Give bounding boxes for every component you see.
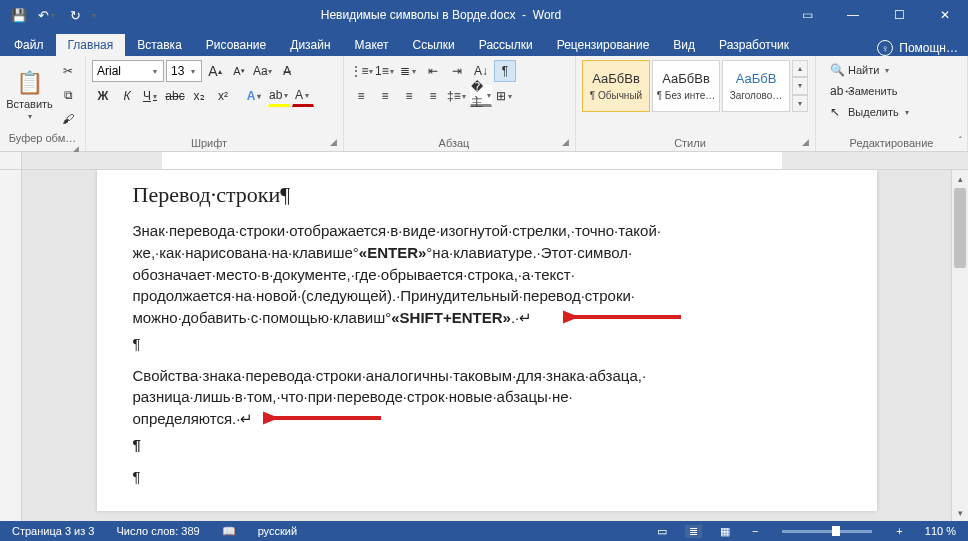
font-size-select[interactable]: 13▾ bbox=[166, 60, 202, 82]
page-container[interactable]: Перевод·строки¶ Знак·перевода·строки·ото… bbox=[22, 170, 951, 521]
page-number-status[interactable]: Страница 3 из 3 bbox=[8, 525, 98, 537]
styles-scroll[interactable]: ▴ ▾ ▾ bbox=[792, 60, 808, 112]
strikethrough-button[interactable]: abc bbox=[164, 85, 186, 107]
doc-heading[interactable]: Перевод·строки¶ bbox=[133, 182, 841, 208]
scroll-down-icon[interactable]: ▾ bbox=[952, 504, 968, 521]
tell-me-text[interactable]: Помощн… bbox=[899, 41, 958, 55]
doc-pilcrow-1[interactable]: ¶ bbox=[133, 333, 841, 355]
read-mode-icon[interactable]: ▭ bbox=[653, 525, 671, 538]
group-paragraph: ⋮≡▾ 1≡▾ ≣▾ ⇤ ⇥ A↓ ¶ ≡ ≡ ≡ ≡ ‡≡▾ �主▾ ⊞▾ А… bbox=[344, 56, 576, 151]
styles-more-icon[interactable]: ▾ bbox=[792, 95, 808, 112]
window-controls: ▭ — ☐ ✕ bbox=[784, 0, 968, 30]
web-layout-icon[interactable]: ▦ bbox=[716, 525, 734, 538]
doc-end-mark[interactable]: ¶ bbox=[133, 434, 841, 456]
doc-end-mark-2[interactable]: ¶ bbox=[133, 466, 841, 488]
bullets-icon[interactable]: ⋮≡▾ bbox=[350, 60, 372, 82]
styles-down-icon[interactable]: ▾ bbox=[792, 77, 808, 94]
line-spacing-icon[interactable]: ‡≡▾ bbox=[446, 85, 468, 107]
tab-insert[interactable]: Вставка bbox=[125, 34, 194, 56]
tab-mailings[interactable]: Рассылки bbox=[467, 34, 545, 56]
tab-draw[interactable]: Рисование bbox=[194, 34, 278, 56]
text-effects-icon[interactable]: A▾ bbox=[244, 85, 266, 107]
tell-me-icon[interactable]: ♀ bbox=[877, 40, 893, 56]
clipboard-group-label: Буфер обм… bbox=[9, 132, 76, 144]
doc-paragraph-2[interactable]: Свойства·знака·перевода·строки·аналогичн… bbox=[133, 365, 841, 430]
word-count-status[interactable]: Число слов: 389 bbox=[112, 525, 203, 537]
grow-font-icon[interactable]: A▴ bbox=[204, 60, 226, 82]
underline-button[interactable]: Ч▾ bbox=[140, 85, 162, 107]
multilevel-list-icon[interactable]: ≣▾ bbox=[398, 60, 420, 82]
undo-icon[interactable]: ↶▾ bbox=[34, 3, 60, 27]
clipboard-icon: 📋 bbox=[16, 70, 43, 96]
group-editing: 🔍Найти▾ ab↔Заменить ↖Выделить▾ Редактиро… bbox=[816, 56, 968, 151]
qat-customize-icon[interactable]: ▾ bbox=[90, 3, 98, 27]
tab-developer[interactable]: Разработчик bbox=[707, 34, 801, 56]
format-painter-icon[interactable]: 🖌 bbox=[57, 108, 79, 130]
highlight-icon[interactable]: ab▾ bbox=[268, 85, 290, 107]
zoom-in-icon[interactable]: + bbox=[892, 525, 906, 537]
tab-home[interactable]: Главная bbox=[56, 34, 126, 56]
style-normal[interactable]: АаБбВв ¶ Обычный bbox=[582, 60, 650, 112]
numbering-icon[interactable]: 1≡▾ bbox=[374, 60, 396, 82]
style-heading1[interactable]: АаБбВ Заголово… bbox=[722, 60, 790, 112]
style-no-spacing[interactable]: АаБбВв ¶ Без инте… bbox=[652, 60, 720, 112]
vertical-ruler[interactable] bbox=[0, 170, 22, 521]
tab-references[interactable]: Ссылки bbox=[401, 34, 467, 56]
tab-view[interactable]: Вид bbox=[661, 34, 707, 56]
styles-launcher-icon[interactable]: ◢ bbox=[802, 137, 809, 147]
maximize-icon[interactable]: ☐ bbox=[876, 0, 922, 30]
show-marks-icon[interactable]: ¶ bbox=[494, 60, 516, 82]
zoom-out-icon[interactable]: − bbox=[748, 525, 762, 537]
borders-icon[interactable]: ⊞▾ bbox=[494, 85, 516, 107]
styles-up-icon[interactable]: ▴ bbox=[792, 60, 808, 77]
superscript-button[interactable]: x² bbox=[212, 85, 234, 107]
shading-icon[interactable]: �主▾ bbox=[470, 85, 492, 107]
font-launcher-icon[interactable]: ◢ bbox=[330, 137, 337, 147]
horizontal-ruler[interactable] bbox=[0, 152, 968, 170]
tab-review[interactable]: Рецензирование bbox=[545, 34, 662, 56]
align-right-icon[interactable]: ≡ bbox=[398, 85, 420, 107]
subscript-button[interactable]: x₂ bbox=[188, 85, 210, 107]
copy-icon[interactable]: ⧉ bbox=[57, 84, 79, 106]
cut-icon[interactable]: ✂ bbox=[57, 60, 79, 82]
ribbon: 📋 Вставить ▾ ✂ ⧉ 🖌 Буфер обм…◢ Arial▾ 13… bbox=[0, 56, 968, 152]
redo-icon[interactable]: ↻ bbox=[62, 3, 88, 27]
tab-layout[interactable]: Макет bbox=[343, 34, 401, 56]
paste-button[interactable]: 📋 Вставить ▾ bbox=[6, 60, 53, 130]
ribbon-display-icon[interactable]: ▭ bbox=[784, 0, 830, 30]
close-icon[interactable]: ✕ bbox=[922, 0, 968, 30]
find-button[interactable]: 🔍Найти▾ bbox=[826, 60, 961, 80]
minimize-icon[interactable]: — bbox=[830, 0, 876, 30]
page[interactable]: Перевод·строки¶ Знак·перевода·строки·ото… bbox=[97, 170, 877, 511]
vertical-scrollbar[interactable]: ▴ ▾ bbox=[951, 170, 968, 521]
select-button[interactable]: ↖Выделить▾ bbox=[826, 102, 961, 122]
tab-file[interactable]: Файл bbox=[2, 34, 56, 56]
bold-button[interactable]: Ж bbox=[92, 85, 114, 107]
align-center-icon[interactable]: ≡ bbox=[374, 85, 396, 107]
save-icon[interactable]: 💾 bbox=[6, 3, 32, 27]
collapse-ribbon-icon[interactable]: ˆ bbox=[959, 136, 962, 147]
align-left-icon[interactable]: ≡ bbox=[350, 85, 372, 107]
shrink-font-icon[interactable]: A▾ bbox=[228, 60, 250, 82]
clear-formatting-icon[interactable]: A̶ bbox=[276, 60, 298, 82]
justify-icon[interactable]: ≡ bbox=[422, 85, 444, 107]
decrease-indent-icon[interactable]: ⇤ bbox=[422, 60, 444, 82]
change-case-icon[interactable]: Aa▾ bbox=[252, 60, 274, 82]
replace-button[interactable]: ab↔Заменить bbox=[826, 81, 961, 101]
spellcheck-icon[interactable]: 📖 bbox=[218, 525, 240, 538]
scroll-thumb[interactable] bbox=[954, 188, 966, 268]
styles-gallery[interactable]: АаБбВв ¶ Обычный АаБбВв ¶ Без инте… АаБб… bbox=[582, 60, 808, 112]
font-name-select[interactable]: Arial▾ bbox=[92, 60, 164, 82]
italic-button[interactable]: К bbox=[116, 85, 138, 107]
language-status[interactable]: русский bbox=[254, 525, 301, 537]
zoom-level[interactable]: 110 % bbox=[921, 525, 960, 537]
zoom-slider[interactable] bbox=[782, 530, 872, 533]
doc-paragraph-1[interactable]: Знак·перевода·строки·отображается·в·виде… bbox=[133, 220, 841, 329]
paragraph-group-label: Абзац bbox=[439, 137, 470, 149]
increase-indent-icon[interactable]: ⇥ bbox=[446, 60, 468, 82]
scroll-up-icon[interactable]: ▴ bbox=[952, 170, 968, 187]
paragraph-launcher-icon[interactable]: ◢ bbox=[562, 137, 569, 147]
font-color-icon[interactable]: A▾ bbox=[292, 85, 314, 107]
print-layout-icon[interactable]: ≣ bbox=[685, 525, 702, 538]
tab-design[interactable]: Дизайн bbox=[278, 34, 342, 56]
